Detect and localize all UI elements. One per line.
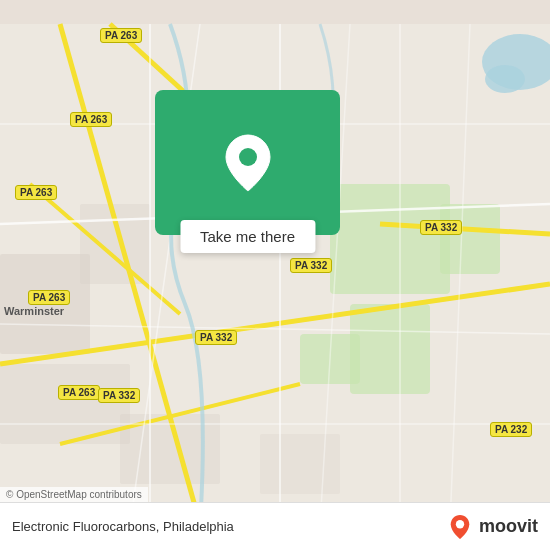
place-label-warminster: Warminster [4,305,64,317]
road-label-pa263-mid2: PA 263 [15,185,57,200]
svg-rect-3 [330,184,450,294]
moovit-logo: moovit [449,514,538,540]
moovit-brand-text: moovit [479,516,538,537]
take-me-there-button[interactable]: Take me there [180,220,315,253]
map-popup: Take me there [155,90,340,235]
map-container: PA 263 PA 263 PA 263 PA 263 PA 263 PA 33… [0,0,550,550]
road-label-pa263-top: PA 263 [100,28,142,43]
bottom-bar: Electronic Fluorocarbons, Philadelphia m… [0,502,550,550]
svg-point-28 [239,148,257,166]
svg-rect-11 [260,434,340,494]
moovit-pin-icon [449,514,471,540]
road-label-pa263-mid1: PA 263 [70,112,112,127]
copyright-text: © OpenStreetMap contributors [0,487,148,502]
location-pin-icon [222,133,274,193]
popup-card [155,90,340,235]
road-label-pa232-bot: PA 232 [490,422,532,437]
road-label-pa332-mid: PA 332 [290,258,332,273]
road-label-pa263-bot: PA 263 [58,385,100,400]
svg-point-2 [485,65,525,93]
svg-rect-5 [440,204,500,274]
location-label: Electronic Fluorocarbons, Philadelphia [12,519,234,534]
svg-rect-4 [350,304,430,394]
map-background [0,0,550,550]
road-label-pa332-right: PA 332 [420,220,462,235]
road-label-pa332-bot1: PA 332 [195,330,237,345]
svg-point-29 [456,520,464,528]
road-label-pa332-bot2: PA 332 [98,388,140,403]
road-label-pa263-mid3: PA 263 [28,290,70,305]
